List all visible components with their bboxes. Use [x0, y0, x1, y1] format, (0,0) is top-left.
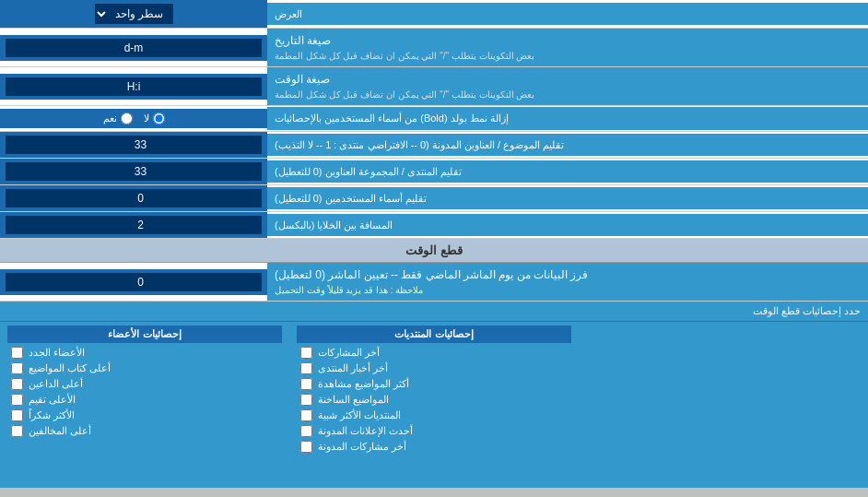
stats-member-item-2: أعلى الداعين: [7, 376, 282, 392]
topic-titles-label: تقليم الموضوع / العناوين المدونة (0 -- ا…: [267, 134, 868, 157]
stats-post-item-2-text: أكثر المواضيع مشاهدة: [318, 378, 409, 390]
stats-post-item-3-text: المواضيع الساخنة: [318, 394, 389, 406]
stats-member-checkbox-0[interactable]: [11, 347, 23, 359]
display-dropdown-cell: سطر واحد: [0, 0, 267, 28]
realtime-filter-note-text: ملاحظة : هذا قد يزيد قليلاً وقت التحميل: [275, 283, 423, 297]
stats-post-checkbox-0[interactable]: [300, 347, 312, 359]
bold-remove-label: إزالة نمط بولد (Bold) من أسماء المستخدمي…: [267, 107, 868, 130]
cell-gap-input[interactable]: [6, 216, 262, 234]
bold-remove-radio-cell: نعم لا: [0, 109, 267, 128]
date-format-input[interactable]: [6, 39, 262, 57]
stats-member-item-0-text: الأعضاء الجدد: [29, 347, 85, 359]
date-format-row: صيغة التاريخ بعض التكوينات يتطلب "/" الت…: [0, 29, 868, 67]
realtime-filter-input-cell: [0, 269, 267, 295]
time-format-sub-text: بعض التكوينات يتطلب "/" التي يمكن ان تضا…: [275, 88, 534, 101]
bold-yes-label[interactable]: نعم: [103, 112, 133, 124]
stats-members-col: إحصائيات الأعضاء الأعضاء الجدد أعلى كتاب…: [0, 322, 289, 488]
stats-member-item-1: أعلى كتاب المواضيع: [7, 361, 282, 376]
stats-empty-col: [579, 322, 868, 488]
bold-yes-radio[interactable]: [121, 112, 133, 124]
stats-columns: إحصائيات المنتديات أخر المشاركات أخر أخب…: [0, 322, 868, 488]
time-format-row: صيغة الوقت بعض التكوينات يتطلب "/" التي …: [0, 67, 868, 106]
forum-group-text: تقليم المنتدى / المجموعة العناوين (0 للت…: [275, 164, 462, 180]
stats-post-item-4-text: المنتديات الأكثر شبية: [318, 409, 401, 421]
time-format-input[interactable]: [6, 77, 262, 96]
date-format-sub-text: بعض التكوينات يتطلب "/" التي يمكن ان تضا…: [275, 49, 534, 63]
realtime-filter-row: فرز البيانات من يوم الماشر الماضي فقط --…: [0, 263, 868, 302]
stats-member-item-1-text: أعلى كتاب المواضيع: [29, 362, 111, 374]
topic-titles-row: تقليم الموضوع / العناوين المدونة (0 -- ا…: [0, 132, 868, 159]
date-format-input-cell: [0, 35, 267, 61]
stats-posts-header: إحصائيات المنتديات: [297, 325, 571, 343]
cell-gap-text: المسافة بين الخلايا (بالبكسل): [275, 218, 393, 233]
stats-member-checkbox-1[interactable]: [11, 362, 23, 374]
display-title-text: العرض: [275, 6, 302, 22]
stats-post-item-0: أخر المشاركات: [297, 345, 571, 361]
stats-post-item-5: أحدث الإعلانات المدونة: [297, 423, 571, 439]
forum-group-input-cell: [0, 159, 267, 184]
time-format-main-text: صيغة الوقت: [275, 71, 330, 88]
topic-titles-text: تقليم الموضوع / العناوين المدونة (0 -- ا…: [275, 137, 564, 153]
stats-posts-title-text: إحصائيات المنتديات: [394, 328, 473, 339]
stats-member-checkbox-3[interactable]: [11, 394, 23, 406]
cell-gap-label: المسافة بين الخلايا (بالبكسل): [267, 214, 868, 237]
stats-member-item-0: الأعضاء الجدد: [7, 345, 282, 361]
stats-post-checkbox-6[interactable]: [300, 441, 312, 453]
bold-yes-text: نعم: [103, 112, 117, 124]
usernames-trim-text: تقليم أسماء المستخدمين (0 للتعطيل): [275, 191, 427, 207]
stats-header-row: حدد إحصائيات قطع الوقت: [0, 302, 868, 322]
realtime-filter-input[interactable]: [6, 273, 262, 291]
time-format-input-cell: [0, 74, 267, 100]
cell-gap-input-cell: [0, 212, 267, 238]
stats-member-checkbox-2[interactable]: [11, 378, 23, 390]
date-format-main-text: صيغة التاريخ: [275, 32, 331, 49]
stats-member-item-4-text: الأكثر شكراً: [29, 409, 75, 421]
stats-post-checkbox-3[interactable]: [300, 394, 312, 406]
stats-member-item-3: الأعلى تقيم: [7, 392, 282, 408]
stats-post-checkbox-2[interactable]: [300, 378, 312, 390]
stats-post-item-6-text: أخر مشاركات المدونة: [318, 441, 406, 453]
stats-post-checkbox-4[interactable]: [300, 409, 312, 421]
realtime-filter-label: فرز البيانات من يوم الماشر الماضي فقط --…: [267, 263, 868, 301]
usernames-trim-row: تقليم أسماء المستخدمين (0 للتعطيل): [0, 185, 868, 212]
stats-member-checkbox-4[interactable]: [11, 409, 23, 421]
forum-group-row: تقليم المنتدى / المجموعة العناوين (0 للت…: [0, 159, 868, 185]
stats-post-item-5-text: أحدث الإعلانات المدونة: [318, 425, 413, 437]
header-row: العرض سطر واحد: [0, 0, 868, 29]
stats-post-item-2: أكثر المواضيع مشاهدة: [297, 376, 571, 392]
stats-member-item-2-text: أعلى الداعين: [29, 378, 83, 390]
forum-group-input[interactable]: [6, 162, 262, 181]
stats-member-item-3-text: الأعلى تقيم: [29, 394, 76, 406]
realtime-section-header: قطع الوقت: [0, 239, 868, 263]
bold-no-label[interactable]: لا: [144, 112, 165, 124]
time-format-label: صيغة الوقت بعض التكوينات يتطلب "/" التي …: [267, 67, 868, 105]
stats-members-title-text: إحصائيات الأعضاء: [108, 328, 181, 339]
topic-titles-input[interactable]: [6, 136, 262, 154]
stats-posts-col: إحصائيات المنتديات أخر المشاركات أخر أخب…: [289, 322, 579, 488]
usernames-trim-input-cell: [0, 185, 267, 211]
stats-post-item-4: المنتديات الأكثر شبية: [297, 408, 571, 423]
bold-remove-text: إزالة نمط بولد (Bold) من أسماء المستخدمي…: [275, 111, 509, 126]
forum-group-label: تقليم المنتدى / المجموعة العناوين (0 للت…: [267, 160, 868, 183]
stats-post-item-0-text: أخر المشاركات: [318, 347, 380, 359]
realtime-filter-main-text: فرز البيانات من يوم الماشر الماضي فقط --…: [275, 266, 588, 283]
cell-gap-row: المسافة بين الخلايا (بالبكسل): [0, 212, 868, 239]
stats-post-checkbox-5[interactable]: [300, 425, 312, 437]
usernames-trim-label: تقليم أسماء المستخدمين (0 للتعطيل): [267, 187, 868, 210]
topic-titles-input-cell: [0, 132, 267, 158]
bold-remove-row: إزالة نمط بولد (Bold) من أسماء المستخدمي…: [0, 106, 868, 132]
stats-header-text: حدد إحصائيات قطع الوقت: [753, 305, 861, 316]
realtime-title-text: قطع الوقت: [405, 243, 463, 257]
stats-post-item-1-text: أخر أخبار المنتدى: [318, 362, 388, 374]
display-label: العرض: [267, 3, 868, 26]
stats-members-header: إحصائيات الأعضاء: [7, 325, 282, 343]
stats-post-checkbox-1[interactable]: [300, 362, 312, 374]
stats-member-checkbox-5[interactable]: [11, 425, 23, 437]
bold-no-text: لا: [144, 112, 149, 124]
stats-member-item-4: الأكثر شكراً: [7, 408, 282, 423]
display-dropdown[interactable]: سطر واحد: [95, 4, 173, 24]
stats-area: حدد إحصائيات قطع الوقت إحصائيات المنتديا…: [0, 302, 868, 488]
usernames-trim-input[interactable]: [6, 189, 262, 207]
stats-post-item-6: أخر مشاركات المدونة: [297, 439, 571, 455]
bold-no-radio[interactable]: [153, 112, 165, 124]
